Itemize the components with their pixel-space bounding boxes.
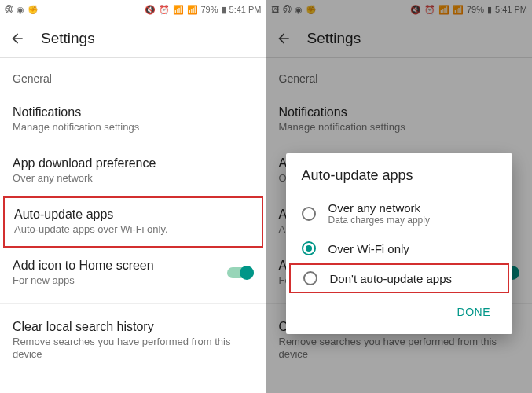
section-general: General xyxy=(0,58,266,94)
item-subtitle: Over any network xyxy=(13,172,254,185)
item-subtitle: Manage notification settings xyxy=(279,121,520,134)
rock-hand-icon: ✊ xyxy=(306,5,317,15)
item-download-preference[interactable]: App download preference Over any network xyxy=(0,145,266,196)
settings-screen-right: 🖼 ㊿ ◉ ✊ 🔇 ⏰ 📶 📶 79% ▮ 5:41 PM Settings G… xyxy=(266,0,533,393)
mute-icon: 🔇 xyxy=(145,5,156,15)
alarm-icon: ⏰ xyxy=(159,5,170,15)
item-notifications[interactable]: Notifications Manage notification settin… xyxy=(266,94,533,145)
item-auto-update-apps[interactable]: Auto-update apps Auto-update apps over W… xyxy=(3,196,263,248)
divider xyxy=(0,303,266,304)
mute-icon: 🔇 xyxy=(410,5,421,15)
option-wifi-only[interactable]: Over Wi-Fi only xyxy=(286,233,513,263)
radio-icon xyxy=(303,271,317,285)
back-arrow-icon xyxy=(276,31,292,46)
done-button[interactable]: DONE xyxy=(448,299,500,325)
settings-screen-left: ㊿ ◉ ✊ 🔇 ⏰ 📶 📶 79% ▮ 5:41 PM Settings Gen… xyxy=(0,0,266,393)
app-bar: Settings xyxy=(0,19,266,58)
option-label: Don't auto-update apps xyxy=(330,272,496,285)
item-title: Notifications xyxy=(279,105,520,119)
auto-update-dialog: Auto-update apps Over any network Data c… xyxy=(286,153,513,334)
back-button[interactable] xyxy=(9,31,25,46)
radio-icon xyxy=(302,207,316,221)
item-subtitle: For new apps xyxy=(13,274,227,288)
item-title: Clear local search history xyxy=(13,320,254,334)
dialog-actions: DONE xyxy=(286,293,513,331)
item-title: Add icon to Home screen xyxy=(13,259,227,273)
item-title: App download preference xyxy=(13,156,254,171)
option-dont-auto-update[interactable]: Don't auto-update apps xyxy=(289,263,510,293)
item-title: Auto-update apps xyxy=(14,208,252,222)
rock-hand-icon: ✊ xyxy=(28,5,39,15)
page-title: Settings xyxy=(41,30,95,47)
wifi-icon: 📶 xyxy=(173,5,184,15)
radio-icon xyxy=(302,241,316,255)
rec-icon: ◉ xyxy=(295,5,303,15)
item-subtitle: Remove searches you have performed from … xyxy=(279,336,520,362)
back-button[interactable] xyxy=(276,31,292,46)
status-bar: 🖼 ㊿ ◉ ✊ 🔇 ⏰ 📶 📶 79% ▮ 5:41 PM xyxy=(266,0,533,19)
wifi-icon: 📶 xyxy=(438,5,449,15)
battery-pct: 79% xyxy=(201,5,218,14)
toggle-add-icon[interactable] xyxy=(227,267,254,278)
item-clear-history[interactable]: Clear local search history Remove search… xyxy=(0,309,266,373)
option-label: Over Wi-Fi only xyxy=(328,242,497,255)
status-time: 5:41 PM xyxy=(229,5,262,14)
item-add-icon-home[interactable]: Add icon to Home screen For new apps xyxy=(0,248,266,299)
item-subtitle: Manage notification settings xyxy=(13,121,254,134)
item-subtitle: Remove searches you have performed from … xyxy=(13,336,254,362)
battery-icon: ▮ xyxy=(487,5,492,15)
option-label: Over any network xyxy=(328,201,497,215)
badge-icon: ㊿ xyxy=(283,5,292,14)
battery-pct: 79% xyxy=(467,5,484,14)
dialog-title: Auto-update apps xyxy=(286,167,513,193)
signal-icon: 📶 xyxy=(187,5,198,15)
rec-icon: ◉ xyxy=(17,5,24,15)
image-icon: 🖼 xyxy=(271,5,280,14)
status-time: 5:41 PM xyxy=(495,5,527,14)
alarm-icon: ⏰ xyxy=(424,5,435,15)
app-bar: Settings xyxy=(266,19,533,58)
battery-icon: ▮ xyxy=(222,5,226,15)
signal-icon: 📶 xyxy=(453,5,464,15)
option-sub: Data charges may apply xyxy=(328,215,497,226)
back-arrow-icon xyxy=(9,31,25,46)
option-any-network[interactable]: Over any network Data charges may apply xyxy=(286,193,513,233)
item-title: Notifications xyxy=(13,105,254,119)
item-notifications[interactable]: Notifications Manage notification settin… xyxy=(0,94,266,145)
section-general: General xyxy=(266,58,533,94)
item-subtitle: Auto-update apps over Wi-Fi only. xyxy=(14,223,252,237)
badge-icon: ㊿ xyxy=(5,5,13,14)
status-bar: ㊿ ◉ ✊ 🔇 ⏰ 📶 📶 79% ▮ 5:41 PM xyxy=(0,0,266,19)
page-title: Settings xyxy=(307,30,361,47)
